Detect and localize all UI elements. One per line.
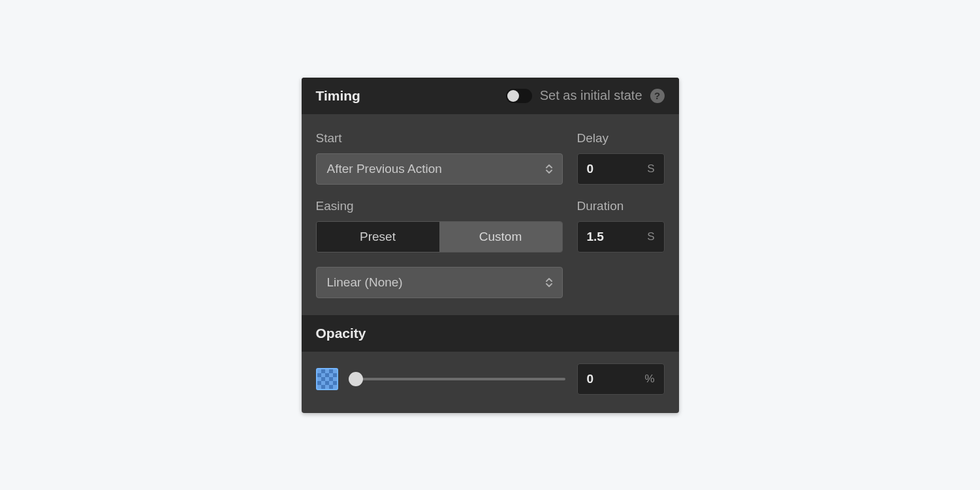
- start-select-value: After Previous Action: [327, 162, 442, 176]
- start-field: Start After Previous Action: [316, 131, 563, 185]
- easing-curve-select[interactable]: Linear (None): [316, 267, 563, 298]
- help-icon[interactable]: ?: [650, 89, 665, 103]
- timing-section-header: Timing Set as initial state ?: [302, 78, 679, 114]
- chevron-updown-icon: [545, 163, 553, 175]
- delay-unit: S: [647, 162, 654, 176]
- initial-state-group: Set as initial state ?: [506, 88, 665, 103]
- duration-unit: S: [647, 230, 654, 243]
- slider-thumb[interactable]: [349, 372, 363, 386]
- initial-state-label: Set as initial state: [540, 88, 642, 103]
- opacity-value: 0: [587, 372, 594, 386]
- start-select[interactable]: After Previous Action: [316, 153, 563, 185]
- duration-field: Duration 1.5 S: [577, 199, 665, 253]
- delay-field: Delay 0 S: [577, 131, 665, 185]
- opacity-title: Opacity: [316, 326, 366, 341]
- delay-label: Delay: [577, 131, 665, 145]
- easing-preset-button[interactable]: Preset: [317, 222, 439, 252]
- opacity-slider[interactable]: [350, 371, 565, 387]
- easing-curve-value: Linear (None): [327, 275, 403, 290]
- easing-segmented: Preset Custom: [316, 221, 563, 253]
- slider-track: [350, 378, 565, 380]
- timing-title: Timing: [316, 88, 360, 104]
- timing-section-body: Start After Previous Action Delay 0 S Ea…: [302, 114, 679, 315]
- toggle-knob: [507, 90, 519, 102]
- opacity-section-body: 0 %: [302, 352, 679, 413]
- opacity-checker-icon: [316, 368, 338, 390]
- opacity-input[interactable]: 0 %: [577, 363, 665, 395]
- initial-state-toggle[interactable]: [506, 89, 532, 103]
- animation-settings-panel: Timing Set as initial state ? Start Afte…: [302, 78, 679, 413]
- opacity-section-header: Opacity: [302, 315, 679, 352]
- opacity-unit: %: [644, 373, 654, 386]
- easing-label: Easing: [316, 199, 563, 213]
- easing-curve-field: Linear (None): [316, 267, 563, 298]
- easing-field: Easing Preset Custom: [316, 199, 563, 253]
- duration-value: 1.5: [587, 230, 604, 244]
- easing-custom-button[interactable]: Custom: [439, 222, 562, 252]
- start-label: Start: [316, 131, 563, 145]
- duration-input[interactable]: 1.5 S: [577, 221, 665, 253]
- delay-input[interactable]: 0 S: [577, 153, 665, 185]
- duration-label: Duration: [577, 199, 665, 213]
- delay-value: 0: [587, 162, 594, 176]
- chevron-updown-icon: [545, 277, 553, 288]
